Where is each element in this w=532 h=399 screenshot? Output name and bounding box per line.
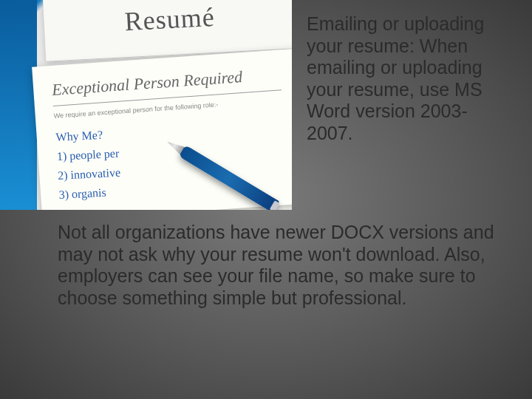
resume-image: Resumé Exceptional Person Required We re… [0,0,292,210]
body-text-bottom: Not all organizations have newer DOCX ve… [58,222,497,309]
body-text-right: Emailing or uploading your resume: When … [307,13,499,144]
job-listing-paper: Exceptional Person Required We require a… [32,49,292,210]
blue-background-strip [0,0,37,210]
slide: Resumé Exceptional Person Required We re… [0,0,532,399]
resume-title-text: Resumé [58,0,282,41]
